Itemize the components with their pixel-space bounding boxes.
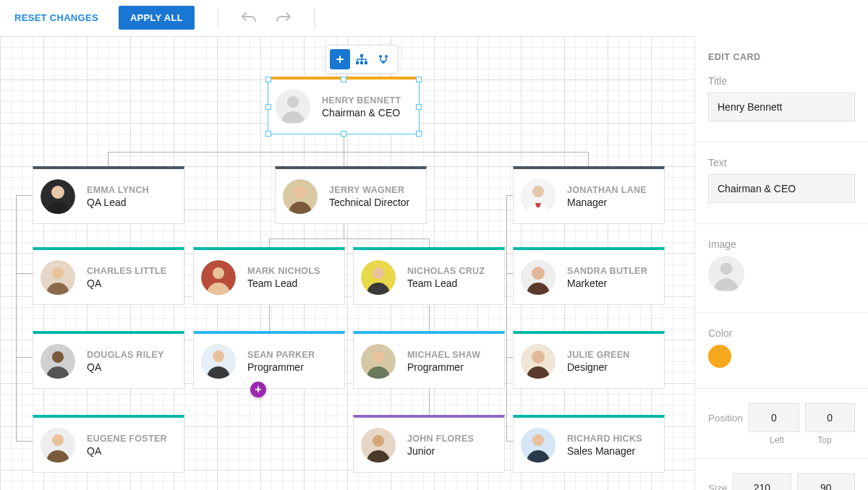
card-role: QA xyxy=(87,278,166,289)
panel-separator xyxy=(695,223,868,224)
card-role: Marketer xyxy=(567,278,647,289)
svg-point-25 xyxy=(52,351,64,363)
org-card[interactable]: JONATHAN LANEManager xyxy=(513,166,665,224)
card-name: SEAN PARKER xyxy=(247,350,315,360)
svg-point-17 xyxy=(52,267,64,279)
svg-point-23 xyxy=(532,267,545,280)
org-card[interactable]: JOHN FLORESJunior xyxy=(353,415,505,473)
edit-card-panel: EDIT CARD Title Text Image Color Positio… xyxy=(694,36,868,490)
svg-rect-1 xyxy=(360,54,363,57)
org-card[interactable]: MARK NICHOLSTeam Lead xyxy=(193,247,345,305)
apply-all-button[interactable]: APPLY ALL xyxy=(119,6,195,30)
avatar xyxy=(201,260,236,295)
svg-point-6 xyxy=(385,55,388,58)
org-card[interactable]: SANDRA BUTLERMarketer xyxy=(513,247,665,305)
redo-icon[interactable] xyxy=(276,10,291,25)
connector xyxy=(16,357,33,358)
connector xyxy=(16,195,17,441)
avatar xyxy=(361,344,396,379)
org-card[interactable]: MICHAEL SHAWProgrammer xyxy=(353,331,505,389)
connector xyxy=(344,134,344,152)
toolbar-separator xyxy=(218,8,218,28)
org-card[interactable]: DOUGLAS RILEYQA xyxy=(33,331,184,389)
avatar xyxy=(283,179,318,214)
card-name: JONATHAN LANE xyxy=(567,185,647,195)
avatar xyxy=(41,260,75,295)
card-name: MARK NICHOLS xyxy=(247,266,320,276)
card-role: Junior xyxy=(407,445,474,457)
svg-point-27 xyxy=(213,351,224,362)
undo-redo-group xyxy=(242,10,291,25)
branch-icon[interactable] xyxy=(373,49,393,69)
connector xyxy=(429,305,430,331)
org-card[interactable]: RICHARD HICKSSales Manager xyxy=(513,415,665,473)
org-card[interactable]: JERRY WAGNERTechnical Director xyxy=(275,166,427,224)
hierarchy-icon[interactable] xyxy=(352,49,372,69)
connector xyxy=(16,195,33,196)
resize-handle[interactable] xyxy=(416,131,422,137)
color-swatch[interactable] xyxy=(708,345,731,368)
avatar xyxy=(276,90,310,124)
svg-point-5 xyxy=(379,55,382,58)
add-child-button[interactable]: + xyxy=(250,382,266,397)
resize-handle[interactable] xyxy=(341,131,346,137)
color-label: Color xyxy=(708,327,855,339)
connector xyxy=(16,273,33,274)
org-card[interactable]: JULIE GREENDesigner xyxy=(513,331,665,389)
card-name: SANDRA BUTLER xyxy=(567,266,647,276)
card-role: Designer xyxy=(567,361,630,373)
image-label: Image xyxy=(708,238,855,250)
card-role: Sales Manager xyxy=(567,445,642,457)
panel-separator xyxy=(695,458,868,459)
card-name: JOHN FLORES xyxy=(407,434,474,444)
connector xyxy=(429,238,430,247)
connector xyxy=(16,441,33,442)
avatar xyxy=(361,428,396,463)
card-role: Programmer xyxy=(407,361,480,373)
connector xyxy=(588,152,589,166)
resize-handle[interactable] xyxy=(265,131,271,137)
avatar xyxy=(521,428,556,463)
avatar xyxy=(41,428,75,463)
size-width-input[interactable] xyxy=(733,473,791,490)
card-role: QA Lead xyxy=(87,197,149,208)
svg-point-33 xyxy=(52,434,64,446)
panel-separator xyxy=(695,312,868,313)
org-card-root[interactable]: HENRY BENNETTChairman & CEO xyxy=(268,77,420,134)
card-name: JERRY WAGNER xyxy=(329,185,409,195)
card-role: Programmer xyxy=(247,361,315,373)
org-card[interactable]: SEAN PARKERProgrammer xyxy=(193,331,345,389)
resize-handle[interactable] xyxy=(265,77,271,82)
image-picker[interactable] xyxy=(708,256,744,292)
resize-handle[interactable] xyxy=(416,104,422,110)
org-card[interactable]: NICHOLAS CRUZTeam Lead xyxy=(353,247,505,305)
card-name: RICHARD HICKS xyxy=(567,434,642,444)
svg-rect-4 xyxy=(365,61,367,64)
card-name: EUGENE FOSTER xyxy=(87,434,167,444)
position-top-input[interactable] xyxy=(805,403,855,432)
position-left-input[interactable] xyxy=(749,403,799,432)
title-input[interactable] xyxy=(708,93,855,121)
connector xyxy=(269,238,430,239)
svg-point-11 xyxy=(51,186,64,199)
card-role: Manager xyxy=(567,197,647,208)
text-input[interactable] xyxy=(708,174,855,203)
resize-handle[interactable] xyxy=(416,77,422,82)
org-chart-canvas[interactable]: HENRY BENNETTChairman & CEO EMMA LYNCHQA… xyxy=(0,36,694,490)
size-height-input[interactable] xyxy=(797,473,855,490)
undo-icon[interactable] xyxy=(242,10,256,25)
reset-button[interactable]: RESET CHANGES xyxy=(14,12,98,23)
card-role: Team Lead xyxy=(247,278,320,289)
title-label: Title xyxy=(708,75,855,87)
toolbar-separator xyxy=(314,8,315,28)
resize-handle[interactable] xyxy=(265,104,271,110)
org-card[interactable]: EMMA LYNCHQA Lead xyxy=(33,166,184,224)
card-name: MICHAEL SHAW xyxy=(407,350,480,360)
org-card[interactable]: CHARLES LITTLEQA xyxy=(33,247,184,305)
svg-point-39 xyxy=(720,262,733,275)
resize-handle[interactable] xyxy=(341,77,346,82)
add-card-button[interactable] xyxy=(330,49,350,69)
connector xyxy=(108,152,589,152)
org-card[interactable]: EUGENE FOSTERQA xyxy=(33,415,184,473)
svg-point-31 xyxy=(532,351,545,364)
